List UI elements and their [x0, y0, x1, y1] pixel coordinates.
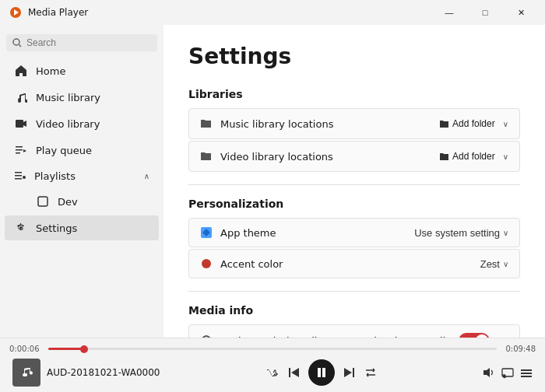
search-box[interactable]	[6, 34, 157, 51]
add-folder-video-label: Add folder	[452, 151, 495, 162]
accent-color-dropdown[interactable]: Zest ∨	[480, 258, 508, 270]
title-bar-left: Media Player	[9, 6, 88, 19]
minimize-button[interactable]: —	[431, 0, 467, 25]
app-body: Home Music library Video library Play qu…	[0, 25, 545, 338]
sidebar-item-dev[interactable]: Dev	[5, 189, 159, 214]
libraries-section-title: Libraries	[188, 88, 520, 100]
svg-marker-33	[483, 368, 490, 377]
play-pause-button[interactable]	[308, 359, 335, 386]
player-right-controls	[483, 366, 533, 379]
next-button[interactable]	[343, 366, 357, 380]
svg-rect-12	[15, 178, 22, 180]
settings-icon	[14, 221, 28, 235]
accent-color-label: Accent color	[220, 258, 283, 270]
queue-icon	[14, 143, 28, 157]
video-icon	[14, 117, 28, 131]
track-thumbnail	[12, 359, 40, 387]
svg-point-21	[202, 259, 211, 268]
svg-point-2	[13, 39, 19, 45]
progress-area: 0:00:06 0:09:48	[0, 338, 545, 353]
video-library-label: Video library locations	[220, 151, 333, 163]
svg-marker-5	[23, 121, 26, 127]
video-library-locations-row: Video library locations Add folder ∨	[188, 141, 520, 172]
divider-2	[188, 291, 520, 292]
track-name: AUD-20181021-WA0000	[47, 367, 160, 378]
folder-icon-video	[200, 150, 213, 163]
sidebar: Home Music library Video library Play qu…	[0, 25, 164, 338]
progress-track[interactable]	[48, 348, 497, 350]
cast-button[interactable]	[501, 366, 514, 379]
chevron-up-icon: ∧	[144, 172, 149, 180]
svg-rect-37	[521, 369, 532, 371]
svg-marker-31	[344, 368, 352, 377]
chevron-down-icon-theme: ∨	[503, 229, 508, 237]
window-title: Media Player	[28, 7, 88, 18]
app-theme-row: App theme Use system setting ∨	[188, 218, 520, 247]
svg-rect-39	[521, 376, 532, 377]
app-theme-value: Use system setting	[414, 227, 500, 239]
maximize-button[interactable]: □	[467, 0, 503, 25]
player-bar: 0:00:06 0:09:48 AUD-20181021-WA0000	[0, 338, 545, 392]
sidebar-label-settings: Settings	[36, 222, 77, 234]
sidebar-item-video-library[interactable]: Video library	[5, 111, 159, 136]
svg-marker-9	[23, 149, 26, 152]
dev-icon	[36, 194, 50, 208]
divider-1	[188, 184, 520, 185]
music-library-locations-row: Music library locations Add folder ∨	[188, 108, 520, 139]
progress-fill	[48, 348, 84, 350]
sidebar-item-playlists[interactable]: Playlists ∧	[5, 164, 159, 187]
playlist-icon	[14, 170, 26, 182]
shuffle-button[interactable]	[266, 366, 279, 379]
volume-button[interactable]	[483, 366, 495, 379]
sidebar-label-music-library: Music library	[36, 92, 100, 103]
color-icon	[200, 257, 213, 270]
previous-button[interactable]	[287, 366, 301, 380]
player-left: AUD-20181021-WA0000	[12, 359, 160, 387]
svg-rect-14	[38, 197, 47, 206]
folder-icon-music	[200, 117, 213, 130]
time-current: 0:00:06	[9, 345, 42, 353]
search-input[interactable]	[26, 37, 151, 48]
theme-icon	[200, 226, 213, 239]
svg-line-3	[19, 45, 22, 47]
more-button[interactable]	[520, 366, 533, 379]
sidebar-label-home: Home	[36, 65, 65, 77]
svg-rect-11	[15, 175, 22, 177]
close-button[interactable]: ✕	[503, 0, 539, 25]
app-icon	[9, 6, 22, 19]
sidebar-item-settings[interactable]: Settings	[5, 215, 159, 240]
sidebar-item-home[interactable]: Home	[5, 58, 159, 83]
app-theme-dropdown[interactable]: Use system setting ∨	[414, 227, 508, 239]
sidebar-label-video-library: Video library	[36, 118, 100, 130]
svg-marker-32	[353, 368, 354, 377]
svg-rect-4	[16, 120, 23, 128]
page-title: Settings	[188, 44, 520, 69]
window-controls: — □ ✕	[431, 0, 539, 25]
svg-rect-38	[521, 373, 532, 374]
accent-color-value: Zest	[480, 258, 500, 270]
media-info-section-title: Media info	[188, 304, 520, 317]
progress-thumb	[80, 345, 88, 353]
svg-marker-27	[289, 368, 290, 377]
add-folder-music-button[interactable]: Add folder	[436, 117, 498, 131]
svg-rect-10	[15, 172, 22, 173]
album-art-toggle[interactable]	[459, 333, 490, 338]
repeat-button[interactable]	[364, 366, 377, 379]
add-folder-video-button[interactable]: Add folder	[436, 149, 498, 163]
sidebar-item-music-library[interactable]: Music library	[5, 85, 159, 110]
toggle-thumb	[476, 334, 488, 338]
title-bar: Media Player — □ ✕	[0, 0, 545, 25]
personalization-section-title: Personalization	[188, 198, 520, 210]
player-controls: AUD-20181021-WA0000	[0, 353, 545, 392]
main-content: Settings Libraries Music library locatio…	[164, 25, 545, 338]
music-icon	[14, 90, 28, 104]
accent-color-row: Accent color Zest ∨	[188, 249, 520, 278]
svg-marker-28	[291, 368, 299, 377]
sidebar-item-play-queue[interactable]: Play queue	[5, 138, 159, 163]
sidebar-label-playlists: Playlists	[34, 170, 76, 182]
album-art-lookup-row: Look up missing album art and artist art…	[188, 324, 520, 338]
svg-rect-6	[16, 146, 23, 148]
sidebar-label-play-queue: Play queue	[36, 145, 92, 156]
sidebar-label-dev: Dev	[58, 196, 78, 208]
svg-point-36	[503, 376, 505, 378]
